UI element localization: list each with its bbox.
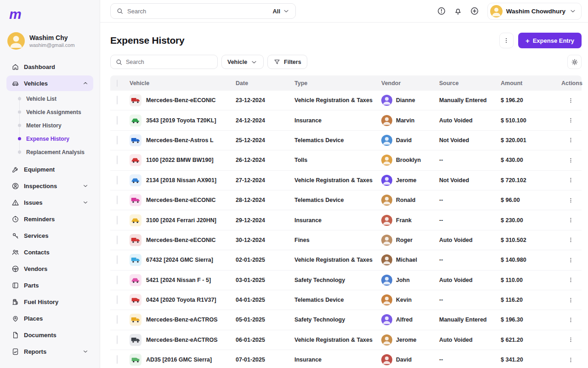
sidebar-item-equipment[interactable]: Equipment: [6, 161, 93, 177]
alert-circle-icon[interactable]: [437, 6, 446, 16]
sidebar-item-fuel-history[interactable]: Fuel History: [6, 294, 93, 310]
bullet-dot-icon: [18, 137, 21, 140]
expense-date: 27-12-2024: [236, 177, 294, 184]
plus-circle-icon[interactable]: [470, 6, 479, 16]
row-actions-button[interactable]: [567, 177, 574, 184]
global-search-input[interactable]: [127, 8, 269, 15]
bullet-dot-icon: [18, 97, 21, 100]
sidebar-item-vehicle-list[interactable]: Vehicle List: [18, 92, 93, 105]
expense-type: Vehicle Registration & Taxes: [294, 177, 381, 184]
sidebar-item-issues[interactable]: Issues: [6, 195, 93, 210]
expense-type: Vehicle Registration & Taxes: [294, 97, 381, 104]
row-checkbox[interactable]: [117, 335, 118, 344]
sidebar-item-reports[interactable]: Reports: [6, 344, 93, 359]
expense-source: Not Voided: [439, 137, 501, 144]
row-checkbox[interactable]: [117, 136, 118, 144]
expense-table: VehicleDateTypeVendorSourceAmountActions…: [110, 75, 582, 368]
chevron-up-icon: [82, 80, 89, 86]
vendor-avatar: [381, 175, 392, 186]
vendor-avatar: [381, 354, 392, 365]
row-actions-button[interactable]: [567, 137, 574, 144]
vendor-avatar: [381, 334, 392, 345]
row-actions-button[interactable]: [567, 157, 574, 164]
sidebar-subitem-label: Meter History: [26, 122, 62, 129]
search-icon: [116, 7, 124, 15]
table-search: [110, 55, 218, 69]
row-actions-button[interactable]: [567, 117, 574, 124]
row-actions-button[interactable]: [567, 197, 574, 204]
chevron-down-icon: [283, 7, 290, 15]
row-actions-button[interactable]: [567, 217, 574, 224]
bullet-dot-icon: [18, 110, 21, 114]
filters-button[interactable]: Filters: [267, 55, 307, 69]
topbar-actions: Washim Chowdhury: [437, 3, 582, 20]
sidebar-item-meter-history[interactable]: Meter History: [18, 119, 93, 132]
inspections-icon: [11, 182, 19, 190]
user-profile[interactable]: Washim Chy washim@gmail.com: [7, 32, 92, 50]
sidebar-item-label: Inspections: [24, 183, 57, 190]
row-actions-button[interactable]: [567, 257, 574, 264]
dashboard-icon: [11, 63, 19, 71]
table-row: 1100 [2022 BMW BW190]26-12-2024TollsBroo…: [110, 150, 582, 170]
bullet-dot-icon: [18, 150, 21, 154]
sidebar-item-dashboard[interactable]: Dashboard: [6, 59, 93, 75]
row-checkbox[interactable]: [117, 255, 118, 264]
row-checkbox[interactable]: [117, 96, 118, 104]
row-checkbox[interactable]: [117, 236, 118, 244]
row-checkbox[interactable]: [117, 196, 118, 204]
sidebar-item-replacement-analysis[interactable]: Replacement Analysis: [18, 145, 93, 159]
vehicle-thumbnail-icon: [130, 134, 141, 146]
table-settings-button[interactable]: [567, 55, 582, 69]
sidebar-item-services[interactable]: Services: [6, 228, 93, 243]
row-checkbox[interactable]: [117, 276, 118, 284]
vehicle-filter-dropdown[interactable]: Vehicle: [221, 55, 264, 69]
row-checkbox[interactable]: [117, 176, 118, 184]
expense-type: Safety Technology: [294, 277, 381, 283]
sidebar-subitem-label: Vehicle Assignments: [26, 109, 81, 115]
row-checkbox[interactable]: [117, 116, 118, 125]
vehicle-thumbnail-icon: [130, 254, 141, 266]
row-actions-button[interactable]: [567, 336, 574, 343]
row-checkbox[interactable]: [117, 355, 118, 364]
account-menu[interactable]: Washim Chowdhury: [487, 3, 582, 20]
select-all-checkbox[interactable]: [117, 80, 118, 87]
sidebar-item-vehicles[interactable]: Vehicles: [6, 75, 93, 91]
sidebar-item-documents[interactable]: Documents: [6, 327, 93, 343]
vehicle-name: Mercedes-Benz-Astros L: [146, 137, 214, 144]
expense-source: Auto Voided: [439, 277, 501, 283]
sidebar-item-vendors[interactable]: Vendors: [6, 261, 93, 276]
row-actions-button[interactable]: [567, 356, 574, 363]
search-scope-dropdown[interactable]: All: [272, 7, 290, 15]
vehicle-name: Mercedes-Benz-eACTROS: [146, 316, 218, 323]
sidebar-item-contacts[interactable]: Contacts: [6, 244, 93, 260]
expense-entry-button[interactable]: + Expense Entry: [518, 33, 582, 48]
row-checkbox[interactable]: [117, 216, 118, 224]
sidebar-item-reminders[interactable]: Reminders: [6, 211, 93, 227]
table-row: Mercedes-Benz-Astros L25-12-2024Telemati…: [110, 131, 582, 150]
row-checkbox[interactable]: [117, 295, 118, 304]
row-checkbox[interactable]: [117, 155, 118, 164]
row-actions-button[interactable]: [567, 316, 574, 323]
row-actions-button[interactable]: [567, 236, 574, 243]
expense-date: 23-12-2024: [236, 97, 294, 104]
row-actions-button[interactable]: [567, 276, 574, 283]
page-more-button[interactable]: [499, 33, 514, 48]
vehicle-name: 5421 [2024 Nissan F - 5]: [146, 277, 211, 283]
table-header-row: VehicleDateTypeVendorSourceAmountActions: [110, 75, 582, 91]
row-actions-button[interactable]: [567, 297, 574, 304]
sidebar-item-vehicle-assignments[interactable]: Vehicle Assignments: [18, 105, 93, 119]
table-row: 3100 [2024 Ferrari J20HN]29-12-2024Insur…: [110, 210, 582, 230]
page-title: Expense History: [110, 35, 185, 46]
row-actions-button[interactable]: [567, 97, 574, 104]
bell-icon[interactable]: [453, 6, 463, 16]
vehicle-name: Mercedes-Benz-eACTROS: [146, 337, 218, 343]
sidebar-item-inspections[interactable]: Inspections: [6, 178, 93, 194]
sidebar-item-places[interactable]: Places: [6, 310, 93, 326]
brand-logo[interactable]: m: [6, 6, 93, 22]
chevron-down-icon: [250, 58, 258, 66]
row-checkbox[interactable]: [117, 315, 118, 324]
table-search-input[interactable]: [126, 59, 213, 65]
table-row: 0424 [2020 Toyota R1V37]04-01-2025Telema…: [110, 290, 582, 310]
sidebar-item-parts[interactable]: Parts: [6, 277, 93, 293]
sidebar-item-expense-history[interactable]: Expense History: [18, 132, 93, 145]
